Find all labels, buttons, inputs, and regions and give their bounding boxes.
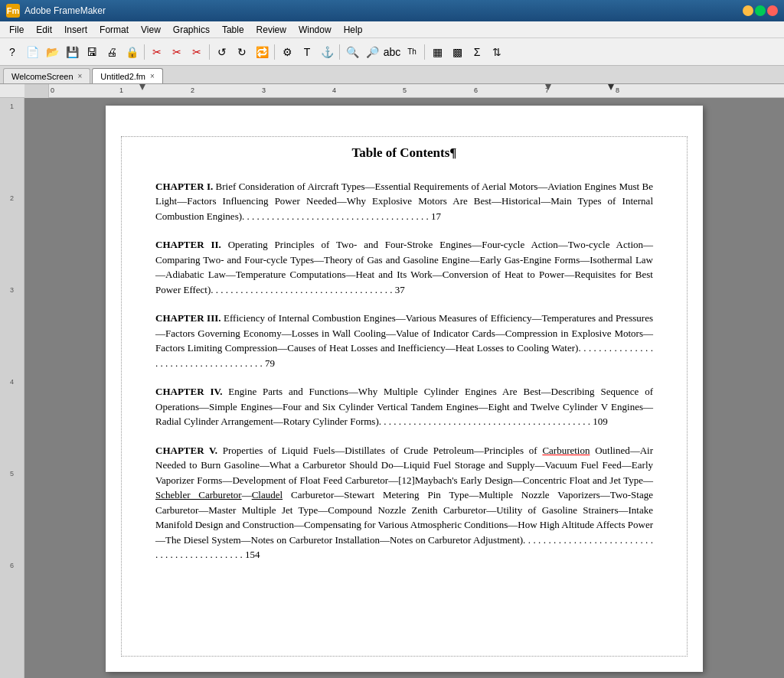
- margin-num-2: 2: [10, 193, 14, 285]
- ruler-1: 1: [119, 86, 123, 94]
- cut-icon[interactable]: ✂: [148, 43, 166, 61]
- spell-icon[interactable]: abc: [383, 43, 401, 61]
- zoom-icon[interactable]: 🔎: [363, 43, 381, 61]
- menu-graphics[interactable]: Graphics: [167, 21, 216, 37]
- ruler-2: 2: [191, 86, 194, 94]
- thesaurus-icon[interactable]: Th: [403, 43, 421, 61]
- margin-num-1: 1: [10, 101, 14, 193]
- ruler-corner: [24, 84, 49, 98]
- search-icon[interactable]: 🔍: [343, 43, 361, 61]
- close-button[interactable]: [767, 5, 778, 16]
- ruler-indent-marker: [139, 84, 145, 90]
- margin-num-6: 6: [10, 560, 14, 652]
- undo-icon[interactable]: ↺: [213, 43, 231, 61]
- menu-review[interactable]: Review: [250, 21, 292, 37]
- margin-num-5: 5: [10, 468, 14, 560]
- title-text: Adobe FrameMaker: [24, 5, 743, 16]
- separator2: [209, 44, 210, 60]
- tab-welcomescreen[interactable]: WelcomeScreen ×: [3, 68, 90, 83]
- separator3: [274, 44, 275, 60]
- ruler-right-marker: [545, 84, 551, 90]
- loop-icon[interactable]: 🔁: [253, 43, 271, 61]
- page-border: [121, 136, 688, 657]
- maximize-button[interactable]: [755, 5, 766, 16]
- left-margin: 1 2 3 4 5 6: [0, 98, 24, 678]
- minimize-button[interactable]: [743, 5, 753, 16]
- tab-untitled2[interactable]: Untitled2.fm ×: [92, 68, 163, 83]
- separator1: [144, 44, 145, 60]
- app-icon: Fm: [6, 4, 20, 18]
- table2-icon[interactable]: ▩: [448, 43, 466, 61]
- menu-format[interactable]: Format: [93, 21, 135, 37]
- save2-icon[interactable]: 🖫: [83, 43, 101, 61]
- help-icon[interactable]: ?: [3, 43, 21, 61]
- ruler: 0 1 2 3 4 5 6 7 8: [0, 84, 784, 98]
- sigma-icon[interactable]: Σ: [468, 43, 486, 61]
- print-icon[interactable]: 🖨: [103, 43, 121, 61]
- table1-icon[interactable]: ▦: [428, 43, 446, 61]
- margin-num-3: 3: [10, 285, 14, 376]
- tab-untitled2-close[interactable]: ×: [150, 72, 155, 80]
- separator4: [339, 44, 340, 60]
- cut2-icon[interactable]: ✂: [168, 43, 186, 61]
- ruler-track: 0 1 2 3 4 5 6 7 8: [49, 84, 784, 97]
- toolbar: ? 📄 📂 💾 🖫 🖨 🔒 ✂ ✂ ✂ ↺ ↻ 🔁 ⚙ T ⚓ 🔍 🔎 abc …: [0, 38, 784, 66]
- menu-view[interactable]: View: [135, 21, 167, 37]
- tab-bar: WelcomeScreen × Untitled2.fm ×: [0, 66, 784, 84]
- window-controls: [743, 5, 778, 16]
- anchor-icon[interactable]: ⚓: [318, 43, 336, 61]
- menu-insert[interactable]: Insert: [58, 21, 93, 37]
- title-bar: Fm Adobe FrameMaker: [0, 0, 784, 21]
- cut3-icon[interactable]: ✂: [188, 43, 206, 61]
- ruler-5: 5: [403, 86, 407, 94]
- ruler-6: 6: [474, 86, 478, 94]
- text-icon[interactable]: T: [298, 43, 316, 61]
- redo-icon[interactable]: ↻: [233, 43, 251, 61]
- menu-table[interactable]: Table: [216, 21, 250, 37]
- main-area: 1 2 3 4 5 6 Table of Contents¶ CHAPTER I…: [0, 98, 784, 678]
- tab-welcomescreen-close[interactable]: ×: [78, 72, 83, 80]
- doc-area[interactable]: Table of Contents¶ CHAPTER I. Brief Cons…: [24, 98, 784, 678]
- ruler-3: 3: [262, 86, 266, 94]
- menu-help[interactable]: Help: [338, 21, 369, 37]
- save-icon[interactable]: 💾: [63, 43, 81, 61]
- menu-file[interactable]: File: [3, 21, 30, 37]
- lock-icon[interactable]: 🔒: [122, 43, 141, 61]
- ruler-0: 0: [51, 86, 54, 94]
- page: Table of Contents¶ CHAPTER I. Brief Cons…: [106, 106, 703, 672]
- tab-welcomescreen-label: WelcomeScreen: [11, 72, 74, 81]
- flow-icon[interactable]: ⚙: [278, 43, 296, 61]
- menu-edit[interactable]: Edit: [30, 21, 58, 37]
- menu-window[interactable]: Window: [292, 21, 338, 37]
- ruler-8: 8: [616, 86, 619, 94]
- open-icon[interactable]: 📂: [43, 43, 61, 61]
- sort-icon[interactable]: ⇅: [488, 43, 506, 61]
- menu-bar: File Edit Insert Format View Graphics Ta…: [0, 21, 784, 38]
- ruler-margin-marker: [608, 84, 614, 90]
- separator5: [424, 44, 425, 60]
- tab-untitled2-label: Untitled2.fm: [100, 72, 145, 81]
- margin-num-4: 4: [10, 376, 14, 468]
- new-icon[interactable]: 📄: [23, 43, 41, 61]
- ruler-4: 4: [332, 86, 336, 94]
